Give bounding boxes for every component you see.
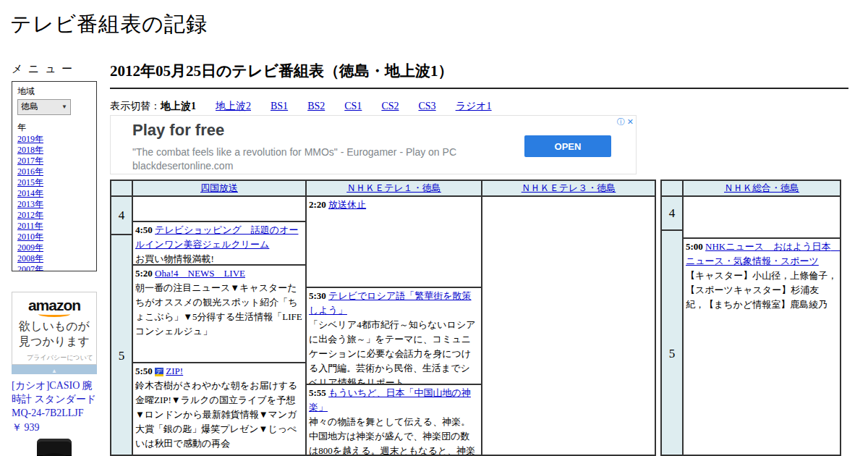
year-link[interactable]: 2011年 xyxy=(17,221,91,232)
amazon-product-image[interactable]: 12 1 11 10 2 xyxy=(24,439,85,456)
triangle-up-icon: ▲ xyxy=(51,368,57,374)
schedule-table: 45四国放送4:50 テレビショッピング 話題のオールインワン美容ジェルクリーム… xyxy=(110,180,656,456)
switcher-tab-CS2[interactable]: CS2 xyxy=(381,101,399,111)
program-cell: 5:50 デ ZIP!鈴木杏樹がさわやかな朝をお届けする金曜ZIP!▼ラルクの国… xyxy=(133,363,305,455)
google-ad-banner[interactable]: Play for free "The combat feels like a r… xyxy=(110,115,637,174)
sidebar-menu-title: メ ニ ュ ー xyxy=(12,62,74,76)
hour-label: 4 xyxy=(669,206,676,221)
time-column: 45 xyxy=(111,181,132,455)
year-link[interactable]: 2013年 xyxy=(17,199,91,210)
program-description: 朝一番の注目ニュース▼キャスターたちがオススメの観光スポット紹介「ちょこぶら」▼… xyxy=(135,281,303,339)
switcher-tab-CS1[interactable]: CS1 xyxy=(344,101,362,111)
time-column: 45 xyxy=(662,181,682,455)
year-link[interactable]: 2014年 xyxy=(17,188,91,199)
ad-info-icon[interactable]: ⓘ xyxy=(617,117,625,126)
watch-face: 12 1 11 10 2 xyxy=(27,453,82,456)
year-link[interactable]: 2012年 xyxy=(17,210,91,221)
chevron-down-icon: ▼ xyxy=(61,104,67,110)
empty-cell xyxy=(133,197,305,222)
year-link[interactable]: 2008年 xyxy=(17,253,91,264)
program-time: 4:50 xyxy=(135,224,155,235)
ad-close-icon[interactable]: ✕ xyxy=(627,117,634,126)
switcher-tab-地上波2[interactable]: 地上波2 xyxy=(216,101,251,111)
switcher-current-tab: 地上波1 xyxy=(161,101,196,111)
region-select[interactable]: 徳島 ▼ xyxy=(17,99,71,115)
program-description: お買い物情報満載! xyxy=(135,252,303,266)
channel-link[interactable]: ＮＨＫＥテレ１・徳島 xyxy=(346,182,441,195)
program-title-link[interactable]: ZIP! xyxy=(166,366,183,376)
site-title: テレビ番組表の記録 xyxy=(10,10,208,39)
amazon-ad-box[interactable]: amazon 欲しいものが 見つかります プライバシーについて xyxy=(12,292,97,365)
channel-column: ＮＨＫＥテレ３・徳島 xyxy=(481,181,655,455)
time-column-header xyxy=(111,181,132,197)
amazon-ad: amazon 欲しいものが 見つかります プライバシーについて ▲ [カシオ]C… xyxy=(12,292,97,456)
amazon-privacy-link[interactable]: プライバシーについて xyxy=(15,353,93,363)
hour-label: 4 xyxy=(119,208,125,223)
view-switcher: 表示切替：地上波1地上波2BS1BS2CS1CS2CS3ラジオ1 xyxy=(110,100,848,113)
switcher-tab-ラジオ1[interactable]: ラジオ1 xyxy=(456,101,492,111)
schedule-table: 45ＮＨＫ総合・徳島5:00 NHKニュース おはよう日本 ニュース・気象情報・… xyxy=(660,180,841,456)
program-time: 5:00 xyxy=(686,241,705,252)
switcher-tab-BS2[interactable]: BS2 xyxy=(307,101,325,111)
year-link[interactable]: 2009年 xyxy=(17,242,91,253)
switcher-tab-BS1[interactable]: BS1 xyxy=(271,101,288,111)
year-link[interactable]: 2019年 xyxy=(17,134,91,145)
hour-cell: 4 xyxy=(662,197,682,231)
switcher-tab-CS3[interactable]: CS3 xyxy=(419,101,436,111)
sidebar-menu-box: 地域 徳島 ▼ 年 2019年2018年2017年2016年2015年2014年… xyxy=(12,81,97,271)
year-label: 年 xyxy=(17,122,91,134)
channel-column: ＮＨＫＥテレ１・徳島2:20 放送休止5:30 テレビでロシア語「繁華街を散策し… xyxy=(305,181,481,455)
data-broadcast-icon: デ xyxy=(155,368,163,376)
empty-cell xyxy=(684,197,840,239)
year-link[interactable]: 2018年 xyxy=(17,145,91,156)
switcher-label: 表示切替： xyxy=(110,101,161,111)
page-title: 2012年05月25日のテレビ番組表（徳島・地上波1） xyxy=(110,61,848,89)
hour-cell: 5 xyxy=(662,231,682,455)
hour-cell: 4 xyxy=(111,197,132,235)
year-link[interactable]: 2016年 xyxy=(17,166,91,177)
program-cell: 4:50 テレビショッピング 話題のオールインワン美容ジェルクリームお買い物情報… xyxy=(133,222,305,266)
program-cell: 5:55 もういちど、日本「中国山地の神楽」神々の物語を舞として伝える、神楽。中… xyxy=(307,385,481,455)
year-link[interactable]: 2017年 xyxy=(17,156,91,166)
year-link[interactable]: 2010年 xyxy=(17,232,91,242)
channel-column: 四国放送4:50 テレビショッピング 話題のオールインワン美容ジェルクリームお買… xyxy=(132,181,305,455)
region-label: 地域 xyxy=(17,85,91,98)
ad-description: "The combat feels like a revolution for … xyxy=(132,146,456,158)
channel-link[interactable]: ＮＨＫ総合・徳島 xyxy=(724,182,799,195)
amazon-product-link[interactable]: [カシオ]CASIO 腕時計 スタンダード MQ-24-7B2LLJF xyxy=(12,379,97,420)
program-title-link[interactable]: もういちど、日本「中国山地の神楽」 xyxy=(309,387,471,413)
program-title-link[interactable]: NHKニュース おはよう日本 ニュース・気象情報・スポーツ xyxy=(686,241,840,266)
ad-open-button[interactable]: OPEN xyxy=(524,135,611,157)
program-time: 5:30 xyxy=(309,290,328,301)
program-description: 「シベリア4都市紀行～知らないロシアに出会う旅～」をテーマに、コミュニケーション… xyxy=(309,318,479,385)
amazon-collapse-bar[interactable]: ▲ xyxy=(12,365,97,374)
channel-link[interactable]: ＮＨＫＥテレ３・徳島 xyxy=(522,182,616,195)
switcher-links: 地上波2BS1BS2CS1CS2CS3ラジオ1 xyxy=(196,101,492,111)
program-time: 5:50 xyxy=(135,366,155,376)
channel-column: ＮＨＫ総合・徳島5:00 NHKニュース おはよう日本 ニュース・気象情報・スポ… xyxy=(682,181,840,455)
program-title-link[interactable]: テレビショッピング 話題のオールインワン美容ジェルクリーム xyxy=(135,224,298,250)
channel-header: ＮＨＫＥテレ１・徳島 xyxy=(307,181,481,197)
channel-header: ＮＨＫＥテレ３・徳島 xyxy=(482,181,655,197)
hour-label: 5 xyxy=(119,349,125,363)
year-link[interactable]: 2007年 xyxy=(17,264,91,271)
amazon-tagline: 欲しいものが 見つかります xyxy=(15,318,93,349)
program-description: 鈴木杏樹がさわやかな朝をお届けする金曜ZIP!▼ラルクの国立ライブを予想▼ロンド… xyxy=(135,379,303,451)
program-time: 5:55 xyxy=(309,387,328,398)
program-title-link[interactable]: テレビでロシア語「繁華街を散策しよう」 xyxy=(309,290,472,316)
channel-header: 四国放送 xyxy=(133,181,305,197)
program-time: 5:20 xyxy=(135,268,155,279)
main-content: 2012年05月25日のテレビ番組表（徳島・地上波1） 表示切替：地上波1地上波… xyxy=(110,61,848,113)
program-title-link[interactable]: Oha!4 NEWS LIVE xyxy=(155,268,245,279)
amazon-logo: amazon xyxy=(15,298,93,313)
time-column-header xyxy=(662,181,682,197)
region-select-value: 徳島 xyxy=(21,101,38,113)
empty-cell xyxy=(482,197,655,455)
year-link-list: 2019年2018年2017年2016年2015年2014年2013年2012年… xyxy=(17,134,91,271)
ad-headline: Play for free xyxy=(132,121,224,140)
program-title-link[interactable]: 放送休止 xyxy=(328,199,366,210)
year-link[interactable]: 2015年 xyxy=(17,177,91,188)
hour-label: 5 xyxy=(669,347,676,361)
channel-link[interactable]: 四国放送 xyxy=(200,182,238,195)
program-time: 2:20 xyxy=(309,199,328,210)
